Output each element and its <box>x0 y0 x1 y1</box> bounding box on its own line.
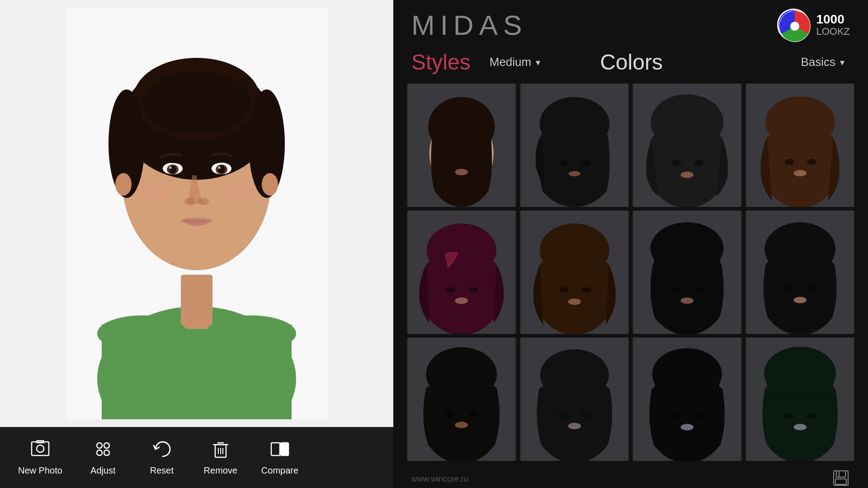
svg-point-85 <box>671 287 681 293</box>
styles-grid <box>393 84 868 470</box>
svg-point-67 <box>793 170 806 176</box>
svg-point-111 <box>670 413 680 419</box>
svg-rect-118 <box>768 392 832 401</box>
svg-point-113 <box>681 424 693 430</box>
svg-point-26 <box>262 173 278 196</box>
svg-point-4 <box>97 315 188 352</box>
svg-point-78 <box>581 287 591 293</box>
style-item-8[interactable] <box>745 211 855 334</box>
styles-dropdown-value: Medium <box>490 55 531 69</box>
svg-point-28 <box>37 445 44 452</box>
svg-point-32 <box>97 450 102 455</box>
logo-icon <box>777 9 810 41</box>
watermark: www.wincore.ru <box>411 474 468 484</box>
svg-point-121 <box>793 424 806 430</box>
svg-point-10 <box>142 71 251 135</box>
styles-dropdown-arrow: ▾ <box>536 57 540 68</box>
svg-point-30 <box>97 443 102 448</box>
remove-icon <box>211 439 231 462</box>
compare-button[interactable]: Compare <box>252 435 307 480</box>
photo-area <box>0 0 393 427</box>
svg-point-92 <box>807 286 816 292</box>
compare-label: Compare <box>261 465 298 476</box>
style-item-9[interactable] <box>407 338 516 461</box>
style-item-6[interactable] <box>520 211 629 334</box>
svg-point-104 <box>581 413 591 418</box>
reset-label: Reset <box>150 465 174 476</box>
style-item-3[interactable] <box>632 84 742 207</box>
svg-point-55 <box>568 171 580 176</box>
svg-rect-27 <box>32 442 49 455</box>
svg-rect-124 <box>835 479 846 484</box>
svg-point-43 <box>790 22 799 31</box>
reset-button[interactable]: Reset <box>135 435 189 480</box>
style-item-12[interactable] <box>745 338 855 461</box>
colors-dropdown-arrow: ▾ <box>840 57 844 68</box>
new-photo-label: New Photo <box>18 465 62 476</box>
logo-line2: LOOKZ <box>816 26 850 37</box>
compare-icon <box>270 439 290 462</box>
svg-rect-84 <box>655 267 719 277</box>
save-button[interactable] <box>832 469 850 488</box>
svg-point-22 <box>198 198 209 205</box>
logo-line1: 1000 <box>816 13 850 27</box>
style-item-2[interactable] <box>520 84 629 207</box>
controls-row: Styles Medium ▾ Colors Basics ▾ <box>393 45 868 84</box>
top-bar: MIDAS 1000 LOOKZ <box>393 0 868 45</box>
svg-point-98 <box>468 411 478 417</box>
colors-label: Colors <box>600 50 663 75</box>
adjust-button[interactable]: Adjust <box>76 435 130 480</box>
svg-point-25 <box>115 173 132 196</box>
right-panel: MIDAS 1000 LOOKZ Styles Medium ▾ <box>393 0 868 488</box>
colors-dropdown[interactable]: Basics ▾ <box>795 52 850 72</box>
svg-point-49 <box>455 169 468 175</box>
svg-point-72 <box>468 287 478 293</box>
new-photo-icon <box>30 439 50 462</box>
svg-point-105 <box>568 423 580 429</box>
svg-rect-3 <box>181 275 212 329</box>
svg-point-21 <box>184 198 195 205</box>
svg-point-79 <box>568 299 580 305</box>
svg-point-16 <box>169 166 172 169</box>
logo-container: 1000 LOOKZ <box>777 9 850 41</box>
svg-point-48 <box>468 159 476 164</box>
style-item-5[interactable] <box>407 211 516 334</box>
svg-rect-41 <box>281 443 288 455</box>
colors-dropdown-value: Basics <box>801 55 835 69</box>
styles-dropdown[interactable]: Medium ▾ <box>484 52 546 72</box>
app-title: MIDAS <box>411 9 527 41</box>
svg-point-23 <box>138 182 170 200</box>
left-panel: New Photo Adjust Reset <box>0 0 393 488</box>
reset-icon <box>152 439 172 462</box>
svg-rect-123 <box>836 471 845 477</box>
svg-point-53 <box>559 160 568 166</box>
svg-point-54 <box>582 160 590 166</box>
svg-point-20 <box>218 166 221 169</box>
new-photo-button[interactable]: New Photo <box>9 435 71 480</box>
svg-point-93 <box>793 297 806 303</box>
svg-rect-40 <box>271 443 280 455</box>
svg-point-73 <box>455 297 468 304</box>
svg-point-59 <box>671 160 681 166</box>
person-image <box>66 8 328 419</box>
remove-button[interactable]: Remove <box>193 435 248 480</box>
adjust-icon <box>93 439 113 462</box>
logo-text: 1000 LOOKZ <box>816 13 850 38</box>
svg-point-87 <box>681 297 693 304</box>
style-item-11[interactable] <box>632 338 742 461</box>
svg-point-60 <box>694 160 703 166</box>
svg-point-77 <box>559 287 568 293</box>
style-item-10[interactable] <box>520 338 629 461</box>
style-item-7[interactable] <box>632 211 742 334</box>
svg-point-33 <box>104 450 109 455</box>
style-item-4[interactable] <box>745 84 855 207</box>
style-item-1[interactable] <box>407 84 516 207</box>
adjust-label: Adjust <box>90 465 116 476</box>
remove-label: Remove <box>204 465 237 476</box>
svg-point-47 <box>447 159 455 164</box>
svg-point-119 <box>783 413 793 419</box>
svg-point-61 <box>681 172 693 178</box>
svg-point-65 <box>784 159 794 165</box>
svg-point-97 <box>445 411 454 417</box>
svg-point-120 <box>807 413 816 419</box>
